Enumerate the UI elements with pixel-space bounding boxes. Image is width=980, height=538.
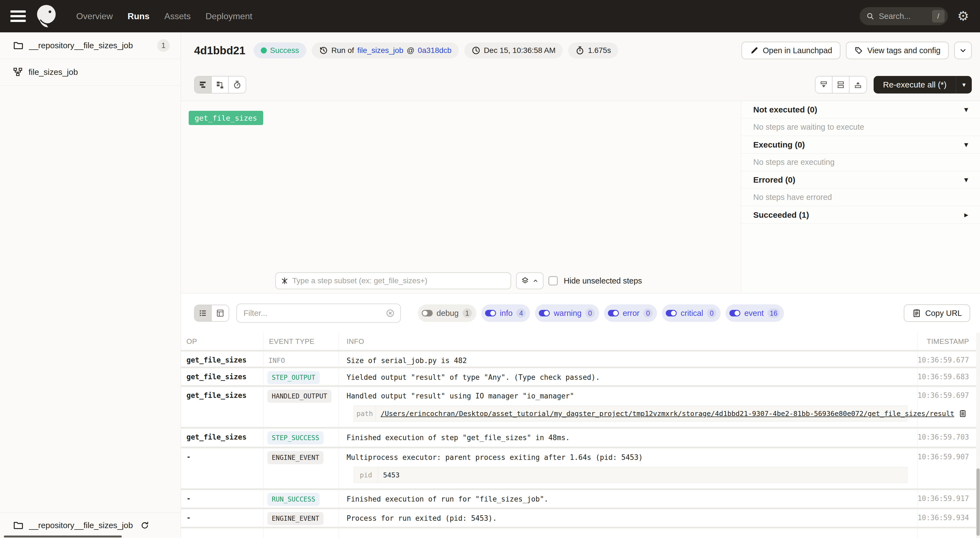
status-dot-icon [261,48,267,54]
nav-links: Overview Runs Assets Deployment [76,11,252,21]
level-toggle-debug[interactable]: debug 1 [418,304,476,322]
view-tags-config-button[interactable]: View tags and config [846,42,949,59]
log-table: OP EVENT TYPE INFO TIMESTAMP get_file_si… [181,333,980,538]
tag-icon [854,46,864,55]
log-row[interactable]: get_file_sizes STEP_SUCCESS Finished exe… [181,428,980,447]
gantt-step-get-file-sizes[interactable]: get_file_sizes [189,111,263,125]
copy-url-button[interactable]: Copy URL [904,304,970,322]
log-message: Finished execution of run for "file_size… [339,490,918,508]
step-subset-inputbox[interactable] [275,272,511,289]
split-panels-icon [836,80,845,89]
log-message: Size of serial_job.py is 482 [339,352,918,367]
search-box[interactable]: / [860,7,948,25]
reexecute-dropdown-button[interactable]: ▾ [956,76,972,94]
log-list-view-button[interactable] [195,305,212,321]
step-subset-input[interactable] [292,276,506,285]
log-op: - [181,509,264,527]
level-toggle-warning[interactable]: warning 0 [535,304,599,322]
log-op: - [181,490,264,508]
split-panels-button[interactable] [832,76,850,93]
expand-bottom-panel-button[interactable] [850,76,867,93]
chevron-up-icon [532,277,539,284]
nav-assets[interactable]: Assets [164,11,191,21]
snapshot-link[interactable]: 0a318dcb [418,46,452,55]
reexecute-all-button[interactable]: Re-execute all (*) ▾ [873,76,972,94]
log-op: get_file_sizes [181,352,264,367]
graph-query-toggle-button[interactable] [516,272,544,289]
layers-icon [520,276,530,285]
sidebar-spacer [0,86,181,513]
pid-metadata-box: pid 5453 [354,467,907,483]
sidebar-item-job[interactable]: file_sizes_job [0,59,181,86]
event-type-badge: ENGINE_EVENT [267,451,323,464]
log-table-view-button[interactable] [212,305,229,321]
log-row[interactable]: get_file_sizes HANDLED_OUTPUT Handled ou… [181,387,980,427]
nav-deployment[interactable]: Deployment [205,11,252,21]
log-timestamp: 10:36:59.683 [918,368,980,385]
path-link[interactable]: /Users/erincochran/Desktop/asset_tutoria… [380,410,954,418]
open-in-launchpad-button[interactable]: Open in Launchpad [741,42,840,59]
run-toolbar: Re-execute all (*) ▾ [181,68,980,101]
gantt-waterfall-view-button[interactable] [212,76,229,93]
log-view-toggle [194,305,229,322]
search-input[interactable] [875,12,932,21]
nav-overview[interactable]: Overview [76,11,113,21]
event-count-badge: 16 [767,309,780,318]
section-succeeded[interactable]: Succeeded (1)▸ [741,206,980,224]
section-errored[interactable]: Errored (0)▾ [741,171,980,189]
hide-unselected-checkbox[interactable] [549,276,558,285]
clock-icon [471,46,480,55]
at-symbol: @ [407,46,414,55]
level-toggle-info[interactable]: info 4 [481,304,530,322]
clipboard-icon [912,309,921,318]
log-message: Process for run exited (pid: 5453). [339,509,918,527]
refresh-icon[interactable] [140,521,150,530]
log-toolbar: debug 1 info 4 warning 0 [181,293,980,333]
log-op: get_file_sizes [181,368,264,385]
collapse-bottom-panel-button[interactable] [816,76,832,93]
vertical-scrollbar-thumb[interactable] [977,468,980,536]
log-row[interactable]: - RUN_SUCCESS Finished execution of run … [181,490,980,508]
level-toggle-error[interactable]: error 0 [604,304,657,322]
folder-icon [13,520,24,531]
log-timestamp: 10:36:59.697 [918,387,980,427]
sidebar-footer-repository[interactable]: __repository__file_sizes_job [0,513,181,538]
clear-filter-icon[interactable] [385,309,395,318]
log-row[interactable]: - ENGINE_EVENT Multiprocess executor: pa… [181,448,980,489]
log-filter-box[interactable] [236,304,401,323]
level-toggle-event[interactable]: event 16 [725,304,784,322]
panel-up-icon [853,80,863,89]
waterfall-icon [215,80,224,89]
job-label: file_sizes_job [29,67,78,77]
log-row[interactable]: - ENGINE_EVENT Process for run exited (p… [181,509,980,527]
meta-label: path [354,406,375,421]
level-toggle-critical[interactable]: critical 0 [662,304,721,322]
gantt-timed-view-button[interactable] [229,76,246,93]
sidebar-item-repository[interactable]: __repository__file_sizes_job 1 [0,32,181,59]
toggle-on-icon [485,310,496,317]
log-op: - [181,448,264,489]
log-timestamp: 10:36:59.917 [918,490,980,508]
dagster-logo-icon[interactable] [33,3,60,29]
col-op: OP [181,333,264,350]
log-row[interactable]: get_file_sizes INFO Size of serial_job.p… [181,352,980,367]
gear-icon[interactable]: ⚙ [957,10,969,23]
log-row[interactable]: get_file_sizes STEP_OUTPUT Yielded outpu… [181,368,980,385]
nav-runs[interactable]: Runs [127,11,150,21]
gantt-flat-view-button[interactable] [195,76,212,93]
header-more-actions-button[interactable] [954,42,972,59]
errored-message: No steps have errored [741,189,980,206]
menu-icon[interactable] [10,10,26,22]
table-icon [216,309,224,318]
left-sidebar: __repository__file_sizes_job 1 file_size… [0,32,181,538]
folder-icon [13,40,24,51]
op-selector-icon [280,276,289,285]
section-executing[interactable]: Executing (0)▾ [741,136,980,154]
job-link[interactable]: file_sizes_job [357,46,403,55]
log-timestamp: 10:36:59.934 [918,509,980,527]
log-filter-input[interactable] [243,309,385,318]
horizontal-scrollbar-thumb[interactable] [4,536,122,538]
section-not-executed[interactable]: Not executed (0)▾ [741,101,980,118]
run-header: 4d1bbd21 Success Run of file_sizes_job @… [181,32,980,68]
log-op: get_file_sizes [181,387,264,427]
